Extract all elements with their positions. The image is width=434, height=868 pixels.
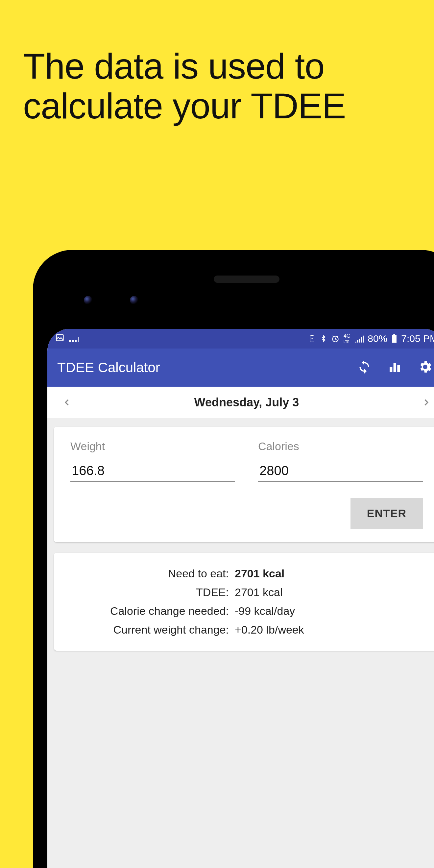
stat-label: Current weight change: [70, 623, 235, 636]
stats-card: Need to eat: 2701 kcal TDEE: 2701 kcal C… [54, 553, 434, 651]
stat-value: +0.20 lb/week [235, 623, 304, 636]
stat-need-to-eat: Need to eat: 2701 kcal [70, 567, 423, 580]
calories-label: Calories [258, 440, 423, 453]
weight-label: Weight [70, 440, 235, 453]
svg-rect-8 [397, 365, 400, 372]
stat-calorie-change: Calorie change needed: -99 kcal/day [70, 604, 423, 617]
more-dots-icon [69, 335, 79, 342]
prev-day-button[interactable] [61, 396, 74, 409]
next-day-button[interactable] [420, 396, 433, 409]
image-icon [55, 333, 64, 345]
phone-camera [84, 296, 92, 305]
weight-input[interactable] [70, 461, 235, 482]
battery-percent: 80% [368, 333, 387, 344]
svg-rect-7 [394, 363, 396, 372]
svg-rect-5 [393, 334, 395, 335]
svg-rect-6 [390, 367, 392, 372]
stat-label: TDEE: [70, 586, 235, 599]
stat-weight-change: Current weight change: +0.20 lb/week [70, 623, 423, 636]
stat-value: 2701 kcal [235, 567, 284, 580]
bluetooth-icon [320, 334, 327, 343]
stat-value: -99 kcal/day [235, 604, 295, 617]
date-navigation: Wednesday, July 3 [48, 386, 434, 418]
status-bar: 4GLTE 80% 7:05 PM [48, 329, 434, 348]
status-time: 7:05 PM [401, 333, 434, 344]
alarm-icon [331, 334, 340, 343]
battery-icon [391, 334, 397, 343]
stat-value: 2701 kcal [235, 586, 283, 599]
app-title: TDEE Calculator [57, 360, 357, 375]
stat-tdee: TDEE: 2701 kcal [70, 586, 423, 599]
sync-icon[interactable] [357, 360, 372, 375]
bar-chart-icon[interactable] [388, 360, 401, 375]
promo-headline: The data is used to calculate your TDEE [23, 46, 411, 126]
svg-rect-4 [392, 335, 397, 343]
phone-speaker [214, 276, 279, 283]
app-bar: TDEE Calculator [48, 348, 434, 386]
svg-rect-2 [311, 335, 313, 336]
phone-frame: 4GLTE 80% 7:05 PM TDEE Calculator [33, 250, 434, 868]
stat-label: Calorie change needed: [70, 604, 235, 617]
input-card: Weight Calories ENTER [54, 427, 434, 542]
network-type-icon: 4GLTE [344, 333, 350, 344]
enter-button[interactable]: ENTER [350, 498, 423, 529]
current-date-label: Wednesday, July 3 [74, 396, 420, 409]
phone-screen: 4GLTE 80% 7:05 PM TDEE Calculator [48, 329, 434, 868]
stat-label: Need to eat: [70, 567, 235, 580]
battery-charging-small-icon [308, 335, 316, 343]
signal-icon [354, 335, 364, 343]
phone-camera [130, 296, 138, 305]
calories-input[interactable] [258, 461, 423, 482]
gear-icon[interactable] [417, 360, 433, 376]
